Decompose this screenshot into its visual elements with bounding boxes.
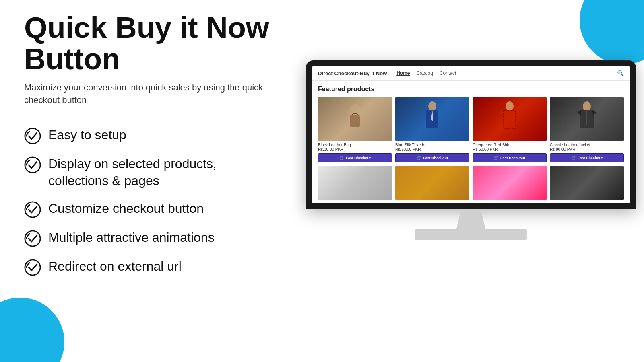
nav-item-catalog[interactable]: Catalog	[417, 70, 433, 76]
checkout-label-4: Fast Checkout	[578, 156, 603, 160]
svg-point-0	[25, 128, 40, 144]
product-row2-image-3	[473, 166, 547, 200]
fast-checkout-btn-3[interactable]: 🛒 Fast Checkout	[473, 153, 547, 162]
check-icon-redirect	[24, 259, 41, 276]
cart-icon-1: 🛒	[339, 156, 344, 160]
feature-text-redirect: Redirect on external url	[48, 258, 182, 275]
featured-products-title: Featured products	[318, 86, 624, 93]
product-image-4	[550, 97, 624, 141]
nav-item-contact[interactable]: Contact	[440, 70, 456, 76]
cart-icon-3: 🛒	[494, 156, 499, 160]
product-image-2	[395, 97, 469, 141]
feature-item-display-selected: Display on selected products, collection…	[24, 156, 274, 189]
fast-checkout-btn-1[interactable]: 🛒 Fast Checkout	[318, 153, 392, 162]
feature-text-display-selected: Display on selected products, collection…	[48, 156, 274, 189]
svg-point-1	[25, 157, 40, 173]
product-card-1: Black Leather Bag Rs.30.00 PKR 🛒 Fast Ch…	[318, 97, 392, 162]
fast-checkout-btn-2[interactable]: 🛒 Fast Checkout	[395, 153, 469, 162]
check-icon-easy-setup	[24, 128, 41, 144]
product-name-2: Blue Silk Tuxedo	[395, 143, 469, 147]
decorative-circle-top-right	[580, 0, 644, 64]
checkout-label-1: Fast Checkout	[346, 156, 371, 160]
features-list: Easy to setup Display on selected produc…	[24, 127, 274, 276]
left-panel: Quick Buy it Now Button Maximize your co…	[24, 12, 274, 276]
product-row2-image-2	[395, 166, 469, 200]
svg-point-4	[25, 260, 40, 275]
product-card-2: Blue Silk Tuxedo Rs.70.00 PKR 🛒 Fast Che…	[395, 97, 469, 162]
product-price-1: Rs.30.00 PKR	[318, 147, 392, 152]
product-price-2: Rs.70.00 PKR	[395, 147, 469, 152]
product-row2-image-4	[550, 166, 624, 200]
check-icon-display-selected	[24, 156, 41, 173]
product-image-1	[318, 97, 392, 141]
cart-icon-2: 🛒	[417, 156, 421, 160]
svg-rect-10	[503, 110, 516, 128]
product-row2-image-1	[318, 166, 392, 200]
search-icon[interactable]: 🔍	[617, 70, 624, 76]
check-icon-animations	[24, 230, 41, 247]
svg-point-3	[25, 231, 40, 246]
feature-item-easy-setup: Easy to setup	[24, 127, 274, 144]
site-header: Direct Checkout-Buy it Now Home Catalog …	[312, 66, 630, 81]
feature-item-redirect: Redirect on external url	[24, 258, 274, 276]
product-price-4: Rs.80.00 PKR	[550, 147, 624, 152]
feature-text-customize-checkout: Customize checkout button	[48, 200, 204, 217]
check-icon-customize-checkout	[24, 201, 41, 218]
feature-text-easy-setup: Easy to setup	[48, 127, 126, 144]
fast-checkout-btn-4[interactable]: 🛒 Fast Checkout	[550, 153, 624, 162]
feature-text-animations: Multiple attractive animations	[48, 229, 215, 246]
product-name-3: Chequered Red Shirt	[473, 143, 547, 147]
site-body: Featured products Black Leather Bag	[312, 81, 630, 203]
monitor-stand-base	[415, 229, 527, 240]
page-subtitle: Maximize your conversion into quick sale…	[24, 82, 274, 107]
decorative-circle-bottom-left	[0, 298, 64, 362]
monitor-screen: Direct Checkout-Buy it Now Home Catalog …	[306, 60, 636, 209]
site-nav: Home Catalog Contact	[396, 70, 456, 76]
svg-point-9	[506, 101, 514, 111]
checkout-label-3: Fast Checkout	[500, 156, 525, 160]
product-card-3: Chequered Red Shirt Rs.50.00 PKR 🛒 Fast …	[473, 97, 547, 162]
products-grid: Black Leather Bag Rs.30.00 PKR 🛒 Fast Ch…	[318, 97, 624, 162]
product-price-3: Rs.50.00 PKR	[473, 147, 547, 152]
svg-point-2	[25, 202, 40, 217]
svg-rect-6	[350, 115, 360, 127]
svg-point-12	[583, 101, 591, 111]
product-name-4: Classic Leather Jacket	[550, 143, 624, 147]
product-image-3	[473, 97, 547, 141]
monitor-wrapper: Direct Checkout-Buy it Now Home Catalog …	[306, 60, 636, 240]
checkout-label-2: Fast Checkout	[423, 156, 448, 160]
monitor-stand-neck	[447, 209, 495, 229]
nav-item-home[interactable]: Home	[396, 70, 410, 76]
feature-item-animations: Multiple attractive animations	[24, 229, 274, 247]
page-title: Quick Buy it Now Button	[24, 12, 274, 74]
svg-point-7	[428, 101, 436, 111]
feature-item-customize-checkout: Customize checkout button	[24, 200, 274, 218]
product-name-1: Black Leather Bag	[318, 143, 392, 147]
cart-icon-4: 🛒	[571, 156, 576, 160]
screen-inner: Direct Checkout-Buy it Now Home Catalog …	[312, 66, 630, 203]
site-logo: Direct Checkout-Buy it Now	[318, 70, 387, 76]
product-card-4: Classic Leather Jacket Rs.80.00 PKR 🛒 Fa…	[550, 97, 624, 162]
products-row2	[318, 166, 624, 200]
